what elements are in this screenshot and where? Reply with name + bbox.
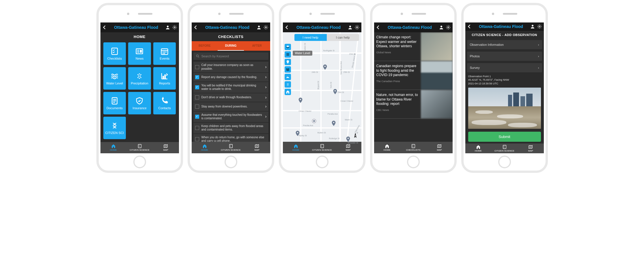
checkbox[interactable]	[195, 85, 199, 89]
checklist-item[interactable]: Stay away from downed powerlines.›	[193, 102, 268, 111]
tile-citizen-sci[interactable]: CITIZEN SCI	[103, 117, 126, 139]
nav-home[interactable]: HOME	[100, 142, 127, 153]
nav-checklists[interactable]: CHECKLISTS	[400, 142, 426, 153]
tab-after[interactable]: AFTER	[244, 41, 270, 51]
news-list[interactable]: Climate change report: Expect warmer and…	[374, 32, 453, 142]
need-help-toggle[interactable]: I need help	[294, 34, 327, 41]
back-button[interactable]	[102, 25, 107, 30]
back-button[interactable]	[376, 25, 381, 30]
news-item[interactable]: Canadian regions prepare to fight floodi…	[374, 61, 453, 90]
user-icon[interactable]	[348, 25, 353, 30]
chevron-right-icon[interactable]: ›	[265, 75, 267, 80]
home-button[interactable]	[225, 156, 237, 168]
checkbox[interactable]	[195, 126, 199, 130]
tile-events[interactable]: Events	[153, 42, 176, 65]
chevron-right-icon[interactable]: ›	[265, 114, 267, 119]
settings-icon[interactable]	[263, 25, 268, 30]
map-pin[interactable]	[297, 97, 304, 103]
bottom-nav: HOME CHECKLISTS MAP	[374, 142, 453, 153]
checklist-item[interactable]: When you do return home, go with someone…	[193, 134, 268, 142]
checkbox[interactable]	[195, 75, 199, 79]
user-icon[interactable]	[165, 25, 170, 30]
user-icon[interactable]	[256, 25, 262, 30]
tile-news[interactable]: News	[128, 42, 151, 65]
checkbox[interactable]	[195, 115, 199, 119]
news-item[interactable]: Nature, not human error, to blame for Ot…	[374, 90, 453, 119]
nav-home[interactable]: HOME	[192, 142, 218, 153]
checklist-item[interactable]: Don't drive or walk through floodwaters.…	[193, 93, 268, 102]
settings-icon[interactable]	[172, 25, 177, 30]
nav-map[interactable]: MAP	[426, 142, 453, 153]
map-terrain-button[interactable]	[285, 74, 291, 80]
tile-checklists[interactable]: Checklists	[103, 42, 126, 65]
checklist-item[interactable]: Assume that everything touched by floodw…	[193, 112, 268, 122]
news-item[interactable]: Climate change report: Expect warmer and…	[374, 32, 453, 61]
nav-citizen-science[interactable]: CITIZEN SCIENCE	[491, 143, 518, 153]
map-tools	[285, 44, 291, 95]
home-button[interactable]	[407, 156, 420, 168]
map-menu-button[interactable]	[285, 51, 291, 58]
checklist[interactable]: Call your insurance company as soon as p…	[192, 62, 270, 142]
user-icon[interactable]	[439, 25, 444, 30]
back-button[interactable]	[285, 25, 290, 30]
tile-water-level[interactable]: Water Level	[103, 67, 126, 90]
user-icon[interactable]	[530, 24, 535, 29]
back-button[interactable]	[193, 25, 199, 30]
checklist-item[interactable]: You will be notified if the municipal dr…	[193, 82, 268, 93]
search-input[interactable]: Search by Keyword	[193, 52, 268, 60]
section-survey[interactable]: Survey›	[467, 63, 542, 72]
tile-insurance[interactable]: Insurance	[128, 92, 151, 114]
chevron-right-icon[interactable]: ›	[265, 95, 267, 100]
tab-during[interactable]: DURING	[218, 41, 244, 51]
map-precip-button[interactable]	[285, 81, 291, 88]
tile-precipitation[interactable]: Precipitation	[128, 67, 151, 90]
map-layers-button[interactable]	[285, 44, 291, 50]
checklist-item[interactable]: Call your insurance company as soon as p…	[193, 62, 268, 72]
map-pin[interactable]	[331, 120, 337, 126]
nav-map[interactable]: MAP	[153, 142, 179, 153]
map-view[interactable]: Northgate St 23rd St 24th St 25th St 29t…	[283, 32, 361, 142]
submit-button[interactable]: Submit	[468, 132, 541, 142]
checkbox[interactable]	[195, 105, 199, 109]
checkbox[interactable]	[195, 137, 199, 141]
map-pin[interactable]	[294, 130, 301, 137]
nav-map[interactable]: MAP	[244, 142, 270, 153]
app-header: Ottawa-Gatineau Flood	[374, 22, 453, 32]
home-button[interactable]	[498, 156, 511, 168]
map-pin[interactable]	[322, 64, 328, 70]
settings-icon[interactable]	[354, 25, 360, 30]
nav-citizen-science[interactable]: CITIZEN SCIENCE	[218, 142, 244, 153]
tile-reports[interactable]: Reports	[153, 67, 176, 90]
home-button[interactable]	[316, 156, 328, 168]
back-button[interactable]	[467, 24, 472, 29]
checklist-item[interactable]: Report any damage caused by the flooding…	[193, 73, 268, 82]
tile-documents[interactable]: Documents	[103, 92, 126, 114]
nav-citizen-science[interactable]: CITIZEN SCIENCE	[309, 142, 335, 153]
chevron-right-icon[interactable]: ›	[265, 104, 267, 109]
chevron-right-icon[interactable]: ›	[265, 65, 267, 70]
compass-icon[interactable]	[352, 133, 359, 139]
map-waves-button[interactable]	[285, 66, 291, 73]
checkbox[interactable]	[195, 65, 199, 69]
section-observation-info[interactable]: Observation Information›	[467, 40, 542, 49]
map-pin[interactable]	[332, 88, 338, 95]
nav-citizen-science[interactable]: CITIZEN SCIENCE	[126, 142, 153, 153]
can-help-toggle[interactable]: I can help	[327, 34, 359, 41]
nav-home[interactable]: HOME	[283, 142, 309, 153]
tab-before[interactable]: BEFORE	[192, 41, 218, 51]
tile-contacts[interactable]: Contacts	[153, 92, 176, 114]
map-pin-button[interactable]	[285, 59, 291, 65]
map-home-button[interactable]	[285, 89, 291, 95]
map-pin[interactable]	[345, 136, 351, 142]
phone-citizen-science-screen: Ottawa-Gatineau Flood CITIZEN SCIENCE - …	[461, 3, 548, 173]
settings-icon[interactable]	[537, 24, 542, 29]
checklist-item[interactable]: Keep children and pets away from flooded…	[193, 123, 268, 133]
nav-home[interactable]: HOME	[465, 143, 492, 153]
section-photos[interactable]: Photos›	[467, 52, 542, 61]
checkbox[interactable]	[195, 95, 199, 99]
chevron-right-icon[interactable]: ›	[265, 85, 267, 90]
nav-map[interactable]: MAP	[518, 143, 544, 153]
home-button[interactable]	[133, 156, 146, 168]
settings-icon[interactable]	[446, 25, 451, 30]
nav-home[interactable]: HOME	[374, 142, 400, 153]
